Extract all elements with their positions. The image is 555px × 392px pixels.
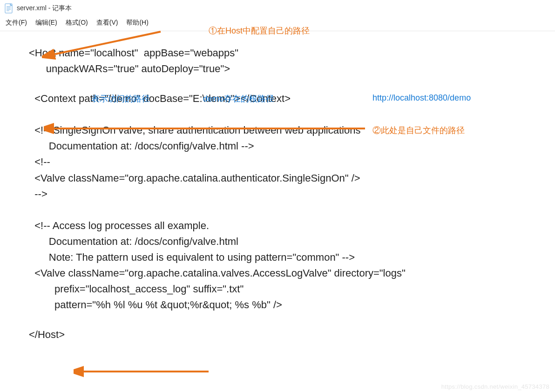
notepad-file-icon [5, 3, 13, 14]
window-title: server.xml - 记事本 [17, 4, 72, 13]
menu-format[interactable]: 格式(O) [66, 19, 88, 27]
menu-edit[interactable]: 编辑(E) [35, 19, 57, 27]
arrow-to-endhost [74, 365, 213, 378]
code-line: prefix="localhost_access_log" suffix=".t… [29, 281, 545, 297]
menu-help[interactable]: 帮助(H) [126, 19, 148, 27]
code-line: <Context path="/demo" docBase="E:\demo">… [29, 91, 545, 107]
code-line: Documentation at: /docs/config/valve.htm… [29, 138, 545, 154]
code-line: pattern="%h %l %u %t &quot;%r&quot; %s %… [29, 297, 545, 313]
menu-view[interactable]: 查看(V) [96, 19, 118, 27]
code-line: --> [29, 186, 545, 202]
notepad-window: server.xml - 记事本 文件(F) 编辑(E) 格式(O) 查看(V)… [0, 0, 555, 392]
code-line: Documentation at: /docs/config/valve.htm… [29, 234, 545, 250]
code-line: unpackWARs="true" autoDeploy="true"> [29, 61, 545, 77]
code-line: <!-- Access log processes all example. [29, 218, 545, 234]
code-line: <Valve className="org.apache.catalina.va… [29, 265, 545, 281]
titlebar: server.xml - 记事本 [0, 0, 555, 17]
code-line: <!-- [29, 154, 545, 170]
code-line: </Host> [29, 327, 545, 343]
menu-file[interactable]: 文件(F) [6, 19, 27, 27]
code-line: <Valve className="org.apache.catalina.au… [29, 170, 545, 186]
code-line: Note: The pattern used is equivalent to … [29, 250, 545, 265]
editor-content[interactable]: <Host name="localhost" appBase="webapps"… [0, 31, 555, 343]
watermark: https://blog.csdn.net/weixin_45734378 [441, 383, 549, 390]
code-line: <Host name="localhost" appBase="webapps" [29, 45, 545, 61]
menubar: 文件(F) 编辑(E) 格式(O) 查看(V) 帮助(H) [0, 17, 555, 31]
code-line: <!-- SingleSignOn valve, share authentic… [29, 122, 545, 138]
